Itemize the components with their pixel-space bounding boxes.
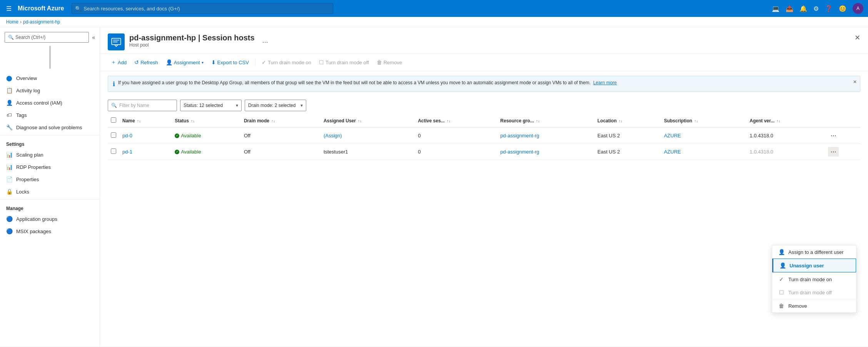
row-1-rg-link[interactable]: pd-assignment-rg [500,149,539,155]
assignment-button[interactable]: 👤 Assignment ▾ [163,57,207,67]
close-button[interactable]: ✕ [855,33,860,42]
refresh-button[interactable]: ↺ Refresh [131,57,161,67]
table-container: Name ↑↓ Status ↑↓ Drain mode ↑↓ Assign [100,114,868,347]
row-0-status: ✓ Available [172,127,241,144]
rg-sort-icon[interactable]: ↑↓ [536,119,540,123]
sidebar-item-tags[interactable]: 🏷 Tags [0,109,100,121]
context-remove-icon: 🗑 [778,303,785,309]
sidebar-item-msix-packages[interactable]: 🔵 MSIX packages [0,225,100,237]
row-1-resource-group: pd-assignment-rg [497,144,594,160]
header-assigned-user: Assigned User ↑↓ [320,114,415,127]
drain-mode-off-button[interactable]: ☐ Turn drain mode off [316,57,372,67]
upload-icon[interactable]: 📤 [786,5,793,12]
row-1-name-link[interactable]: pd-1 [122,149,132,155]
sidebar-item-rdp-properties[interactable]: 📊 RDP Properties [0,161,100,173]
drain-sort-icon[interactable]: ↑↓ [271,119,275,123]
resource-more-button[interactable]: ··· [262,38,268,46]
subscription-sort-icon[interactable]: ↑↓ [694,119,698,123]
header-checkbox [108,114,119,127]
breadcrumb-home[interactable]: Home [6,19,18,25]
banner-close-button[interactable]: ✕ [853,79,857,85]
hamburger-menu[interactable]: ☰ [5,3,13,14]
row-0-checkbox[interactable] [111,132,116,138]
sidebar-item-diagnose[interactable]: 🔧 Diagnose and solve problems [0,121,100,133]
sidebar-item-overview[interactable]: ⬤ Overview [0,72,100,84]
sidebar-item-scaling-plan[interactable]: 📊 Scaling plan [0,148,100,161]
row-0-more-button[interactable]: ··· [828,131,838,140]
breadcrumb-resource[interactable]: pd-assignment-hp [23,19,60,25]
header-active-sessions: Active ses... ↑↓ [415,114,497,127]
nav-icons: 💻 📤 🔔 ⚙ ❓ 😊 A [772,3,863,14]
resource-subtitle: Host pool [129,42,255,48]
sidebar-item-locks[interactable]: 🔒 Locks [0,185,100,198]
status-sort-icon[interactable]: ↑↓ [191,119,195,123]
activity-log-icon: 📋 [6,87,12,93]
banner-text: If you have assigned a user group to the… [118,80,591,85]
learn-more-link[interactable]: Learn more [593,80,617,85]
row-1-status: ✓ Available [172,144,241,160]
sidebar-collapse-button[interactable]: « [92,34,95,40]
context-menu-assign-different[interactable]: 👤 Assign to a different user [772,245,856,259]
context-menu-unassign[interactable]: 👤 Unassign user [772,259,856,272]
notification-icon[interactable]: 🔔 [800,5,807,12]
sidebar-item-properties[interactable]: 📄 Properties [0,173,100,185]
settings-section-label: Settings [0,137,100,148]
context-menu-drain-off[interactable]: ☐ Turn drain mode off [772,286,856,299]
header-resource-group: Resource gro... ↑↓ [497,114,594,127]
drain-mode-filter[interactable]: Drain mode: 2 selected ▾ [245,100,306,111]
breadcrumb-sep: › [20,19,22,25]
row-0-assign-link[interactable]: (Assign) [324,133,342,138]
manage-section-label: Manage [0,201,100,213]
context-menu-remove[interactable]: 🗑 Remove [772,299,856,312]
export-icon: ⬇ [211,59,216,65]
row-1-more-button[interactable]: ··· [828,147,838,157]
sessions-sort-icon[interactable]: ↑↓ [447,119,451,123]
cloud-shell-icon[interactable]: 💻 [772,5,780,12]
avatar[interactable]: A [853,3,863,14]
tags-icon: 🏷 [6,112,12,118]
add-icon: ＋ [111,59,116,66]
content-area: pd-assignment-hp | Session hosts Host po… [100,27,868,347]
context-drain-on-icon: ✓ [778,276,785,282]
access-control-icon: 👤 [6,100,12,106]
row-0-name-link[interactable]: pd-0 [122,133,132,138]
toolbar: ＋ Add ↺ Refresh 👤 Assignment ▾ ⬇ Export … [100,54,868,71]
msix-icon: 🔵 [6,228,12,234]
status-available-icon: ✓ [175,133,179,138]
user-sort-icon[interactable]: ↑↓ [358,119,362,123]
row-1-subscription-link[interactable]: AZURE [664,149,681,155]
row-0-assigned-user: (Assign) [320,127,415,144]
properties-icon: 📄 [6,176,12,182]
row-1-drain-mode: Off [241,144,320,160]
name-filter[interactable]: 🔍 Filter by Name [108,100,177,111]
global-search[interactable]: 🔍 Search resources, services, and docs (… [72,3,333,14]
header-actions [825,114,860,127]
export-csv-button[interactable]: ⬇ Export to CSV [208,57,252,67]
agent-sort-icon[interactable]: ↑↓ [776,119,780,123]
assign-different-icon: 👤 [778,249,785,255]
sidebar-item-activity-log[interactable]: 📋 Activity log [0,84,100,97]
drain-mode-on-button[interactable]: ✓ Turn drain mode on [259,57,314,67]
help-icon[interactable]: ❓ [825,5,833,12]
row-0-subscription-link[interactable]: AZURE [664,133,681,138]
row-1-checkbox[interactable] [111,148,116,154]
sidebar-item-application-groups[interactable]: 🔵 Application groups [0,213,100,225]
search-icon: 🔍 [75,6,81,12]
settings-icon[interactable]: ⚙ [813,5,819,12]
drain-off-icon: ☐ [319,59,324,65]
sidebar-search[interactable]: 🔍 Search (Ctrl+/) [5,32,89,43]
feedback-icon[interactable]: 😊 [839,5,846,12]
table-row: pd-0 ✓ Available Off (Assign) 0 [108,127,860,144]
sidebar-item-access-control[interactable]: 👤 Access control (IAM) [0,97,100,109]
sidebar-nav: ⬤ Overview 📋 Activity log 👤 Access contr… [0,70,100,239]
status-filter[interactable]: Status: 12 selected ▾ [180,100,242,111]
location-sort-icon[interactable]: ↑↓ [619,119,623,123]
drain-filter-label: Drain mode: 2 selected [248,103,295,108]
row-0-subscription: AZURE [661,127,747,144]
select-all-checkbox[interactable] [111,117,116,123]
add-button[interactable]: ＋ Add [108,57,130,68]
name-sort-icon[interactable]: ↑↓ [137,119,141,123]
context-menu-drain-on[interactable]: ✓ Turn drain mode on [772,273,856,286]
remove-button[interactable]: 🗑 Remove [374,57,405,67]
row-0-rg-link[interactable]: pd-assignment-rg [500,133,539,138]
